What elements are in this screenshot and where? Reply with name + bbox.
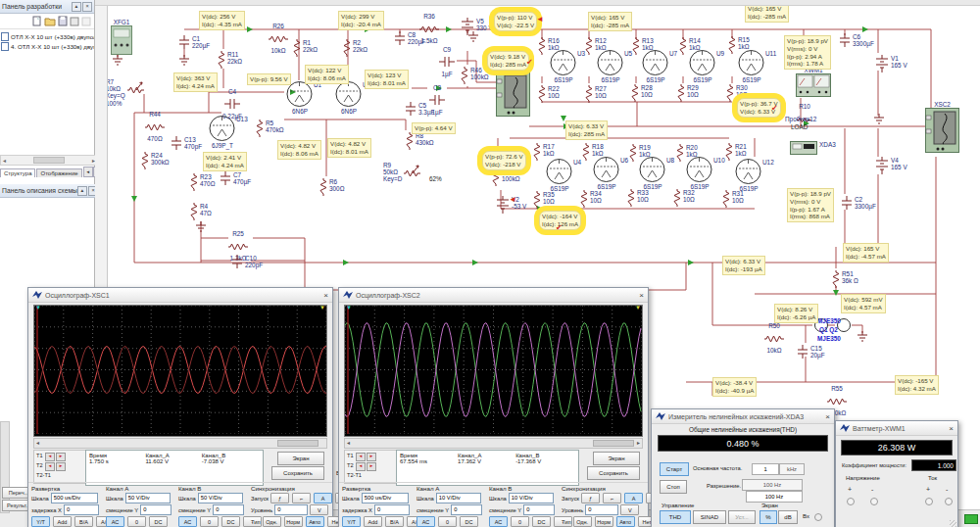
xsc2-cha-scale[interactable]: 10 V/Div xyxy=(436,493,481,503)
part-R8[interactable]: R8430kΩ xyxy=(406,132,434,154)
xsc1-cha-0[interactable]: 0 xyxy=(127,516,146,527)
xsc1-cha-ac[interactable]: AC xyxy=(106,516,124,527)
xsc1-trig-rise[interactable]: ƒ xyxy=(270,493,289,503)
xsc1-chb-ac[interactable]: AC xyxy=(178,516,197,527)
current-minus-terminal[interactable] xyxy=(945,498,953,505)
distortion-analyzer-window[interactable]: Измеритель нелинейных искажений-XDA3 × О… xyxy=(651,408,835,527)
part-XFG1[interactable]: XFG1 xyxy=(111,19,132,55)
tree-item-1[interactable]: ОТЛ X-X 10 шт (+330в) двуполяр xyxy=(1,31,94,41)
design-panel-titlebar[interactable]: Панель разработки ▴ × xyxy=(0,0,94,14)
probe-annotation-1[interactable]: V(dc): 256 VI(dc): -4.35 mA xyxy=(199,11,245,30)
fundamental-freq-field[interactable]: 1 xyxy=(752,463,779,475)
part-R51[interactable]: R5136k Ω xyxy=(832,270,858,292)
part-C9[interactable]: C91µF xyxy=(439,46,455,77)
part-U4[interactable]: U46S19P xyxy=(546,158,572,185)
part-XSC2[interactable]: XSC2 xyxy=(925,101,959,153)
oscilloscope-xsc2-window[interactable]: Осциллограф-XSC2 × ▼ ▼ ◄ ► T1 ◄► T2 ◄► T… xyxy=(338,287,649,527)
probe-annotation-15[interactable]: V(dc): 4.82 VI(dc): 8.06 mA xyxy=(277,140,321,160)
part-C2[interactable]: C23300µF xyxy=(841,196,876,214)
probe-annotation-24[interactable]: V(dc): 8.26 VI(dc): -6.26 µA xyxy=(774,304,818,323)
scroll-right-icon[interactable]: ► xyxy=(636,440,641,446)
xsc2-trig-a[interactable]: A xyxy=(624,493,643,503)
part-R35[interactable]: R3510Ω xyxy=(533,191,555,213)
probe-annotation-14[interactable]: V(dc): 2.41 VI(dc): 4.24 mA xyxy=(203,152,247,171)
part-R27[interactable]: R2710Ω xyxy=(585,85,607,107)
close-icon[interactable]: × xyxy=(82,2,92,12)
probe-annotation-3[interactable]: V(p-p): 110 VV(dc): -22.5 V xyxy=(494,12,537,31)
part-R9[interactable]: R950kΩKey=D xyxy=(383,162,423,183)
probe-annotation-16[interactable]: V(dc): 4.82 VI(dc): 8.01 mA xyxy=(327,138,371,158)
new-document-icon[interactable] xyxy=(32,16,42,26)
stop-button[interactable]: Стоп xyxy=(660,480,687,494)
part-R3[interactable]: R3100kΩ xyxy=(492,168,520,190)
xsc2-save-button[interactable]: Сохранить xyxy=(587,466,640,480)
close-icon[interactable]: × xyxy=(825,412,830,421)
t2-right-icon[interactable]: ► xyxy=(367,462,376,471)
xsc1-scrollbar[interactable]: ◄ xyxy=(33,438,327,449)
xsc2-trig-normal[interactable]: Норм xyxy=(595,516,613,527)
xsc2-timebase-xpos[interactable]: 0 xyxy=(374,504,410,515)
part-XSC1[interactable]: XSC1 xyxy=(496,65,530,117)
xsc2-cha-dc[interactable]: DC xyxy=(460,516,478,527)
current-plus-terminal[interactable] xyxy=(925,498,933,505)
resize-grip[interactable] xyxy=(950,520,956,527)
start-button[interactable]: Старт xyxy=(660,462,689,476)
open-folder-icon[interactable] xyxy=(44,16,56,26)
part-MJE350[interactable]: MJE350 xyxy=(817,317,841,324)
xsc1-chb-scale[interactable]: 50 V/Div xyxy=(198,493,243,503)
probe-annotation-11[interactable]: V(dc): 9.18 VI(dc): 285 mA xyxy=(487,51,529,71)
wattmeter-window[interactable]: Ваттметр-XWM1 × 26.308 W Коэффициент мощ… xyxy=(835,420,958,527)
part-R36[interactable]: R361.5kΩ xyxy=(419,13,439,44)
part-R26[interactable]: R2610kΩ xyxy=(269,23,288,54)
xsc1-trig-level[interactable]: 0 xyxy=(274,504,308,515)
t1-left-icon[interactable]: ◄ xyxy=(45,453,55,461)
xwm1-titlebar[interactable]: Ваттметр-XWM1 × xyxy=(836,421,957,436)
part-R7[interactable]: R710kΩKey=Q100% xyxy=(106,78,147,107)
part-U12[interactable]: U126S19P xyxy=(735,158,761,185)
xsc2-mode-add[interactable]: Add xyxy=(364,516,382,527)
xsc1-trig-single[interactable]: Одн. xyxy=(263,516,281,527)
part-R4[interactable]: R447Ω xyxy=(190,203,212,224)
part-R11[interactable]: R1122kΩ xyxy=(218,51,242,72)
part-U7[interactable]: U76S19P xyxy=(642,49,668,76)
part-Q1-Q2[interactable]: Q1 Q2 xyxy=(819,326,838,333)
minimize-icon[interactable]: ▴ xyxy=(77,186,87,196)
xsc2-mode-yt[interactable]: Y/T xyxy=(342,516,361,527)
voltage-plus-terminal[interactable] xyxy=(847,498,855,505)
scroll-thumb[interactable] xyxy=(277,440,318,447)
part-C13[interactable]: C13470pF xyxy=(171,136,202,154)
xsc1-trig-a[interactable]: A xyxy=(314,493,332,503)
probe-annotation-21[interactable]: V(dc): 6.33 VI(dc): -193 µA xyxy=(722,256,765,275)
part-U10[interactable]: U106S19P xyxy=(686,156,712,183)
xsc2-chb-ac[interactable]: AC xyxy=(489,516,508,527)
part-R6[interactable]: R6300Ω xyxy=(319,178,344,200)
scroll-left-icon[interactable]: ◄ xyxy=(346,440,351,446)
xsc1-cha-scale[interactable]: 50 V/Div xyxy=(125,493,171,503)
scroll-thumb[interactable] xyxy=(33,157,65,164)
part-C6[interactable]: C63300µF xyxy=(839,33,874,51)
part-V5[interactable]: V5330 V xyxy=(461,18,493,39)
part-R22[interactable]: R2210Ω xyxy=(538,85,560,107)
xsc1-trig-auto[interactable]: Авто xyxy=(306,516,324,527)
xsc1-timebase-scale[interactable]: 500 us/Div xyxy=(51,493,98,503)
close-icon[interactable]: × xyxy=(323,291,328,300)
t2-left-icon[interactable]: ◄ xyxy=(45,462,55,471)
probe-annotation-8[interactable]: V(p-p): 9.56 V xyxy=(247,73,291,85)
xsc1-mode-ba[interactable]: B/A xyxy=(74,516,93,527)
probe-annotation-4[interactable]: V(dc): 165 VI(dc): -285 mA xyxy=(588,12,632,31)
xsc2-cha-ac[interactable]: AC xyxy=(416,516,435,527)
part-R1[interactable]: R122kΩ xyxy=(293,39,318,61)
xsc2-trig-single[interactable]: Одн. xyxy=(573,516,592,527)
part-U8[interactable]: U86S19P xyxy=(639,156,665,183)
xsc1-trig-normal[interactable]: Норм xyxy=(284,516,303,527)
tree-horizontal-scrollbar[interactable]: ◄ ► xyxy=(0,155,98,166)
xsc2-cha-offset[interactable]: 0 xyxy=(451,504,482,515)
part-R23[interactable]: R23470Ω xyxy=(190,173,215,195)
probe-annotation-25[interactable]: V(dc): -38.4 VI(dc): -40.9 µA xyxy=(712,377,757,397)
xsc2-chb-0[interactable]: 0 xyxy=(511,516,529,527)
part-R2[interactable]: R222kΩ xyxy=(343,39,368,61)
part-U9[interactable]: U96S19P xyxy=(689,49,715,76)
xsc2-scrollbar[interactable]: ◄ ► xyxy=(344,438,643,449)
part-V1[interactable]: V1165 V xyxy=(875,55,907,76)
input-terminal[interactable] xyxy=(814,513,822,521)
